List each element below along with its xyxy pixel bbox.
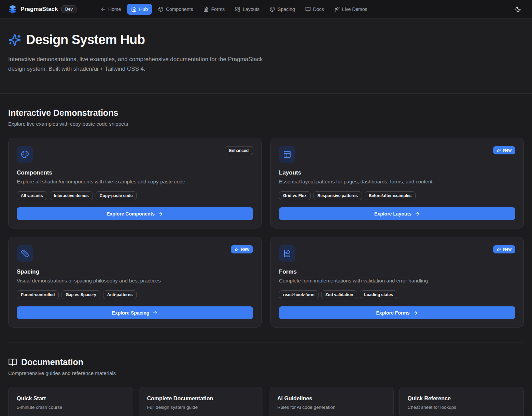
card-description: Complete form implementations with valid… <box>279 278 515 283</box>
book-open-icon <box>305 6 311 12</box>
card-title: Components <box>17 169 253 176</box>
sparkles-icon <box>8 33 21 46</box>
brand-name: PragmaStack <box>20 6 58 13</box>
theme-toggle-button[interactable] <box>512 3 524 15</box>
tag-badge: Before/after examples <box>365 191 416 200</box>
tag-badge: Anti-patterns <box>103 290 137 299</box>
layout-grid-icon <box>235 6 240 12</box>
new-badge: New <box>493 245 515 253</box>
brand[interactable]: PragmaStack Dev <box>8 5 76 14</box>
tag-badge: Gap vs Space-y <box>61 290 100 299</box>
doc-card-grid: Quick Start 5-minute crash course Comple… <box>8 387 524 416</box>
badge-label: New <box>241 247 249 252</box>
nav-item-label: Docs <box>313 6 324 12</box>
hero-section: Design System Hub Interactive demonstrat… <box>0 19 532 94</box>
explore-forms-button[interactable]: Explore Forms <box>279 306 515 319</box>
home-icon <box>131 6 137 12</box>
nav-item-layouts[interactable]: Layouts <box>231 4 264 15</box>
new-badge: New <box>231 245 253 253</box>
demo-card-layouts: New Layouts Essential layout patterns fo… <box>270 138 524 228</box>
file-text-icon <box>203 6 209 12</box>
badge-label: New <box>503 148 512 153</box>
demo-card-spacing: New Spacing Visual demonstrations of spa… <box>8 237 262 328</box>
tag-badge: Loading states <box>360 290 397 299</box>
rocket-icon <box>334 6 340 12</box>
doc-card-description: 5-minute crash course <box>17 405 125 410</box>
tag-badge: Grid vs Flex <box>279 191 311 200</box>
button-label: Explore Layouts <box>374 211 411 217</box>
doc-card-title: Quick Start <box>17 396 125 402</box>
file-text-icon <box>283 249 291 258</box>
demo-card-components: Enhanced Components Explore all shadcn/u… <box>8 138 262 228</box>
nav-item-spacing[interactable]: Spacing <box>266 4 299 15</box>
card-icon-box <box>17 245 33 262</box>
card-description: Essential layout patterns for pages, das… <box>279 179 515 184</box>
panels-top-left-icon <box>283 150 291 158</box>
card-title: Forms <box>279 268 515 275</box>
sparkles-icon <box>235 247 239 251</box>
docs-section-title: Documentation <box>8 357 524 367</box>
tag-badge: Interactive demos <box>50 191 93 200</box>
nav-item-label: Forms <box>211 6 225 12</box>
ruler-icon <box>21 249 29 258</box>
nav-item-live-demos[interactable]: Live Demos <box>330 4 372 15</box>
section-divider <box>8 343 524 343</box>
nav-item-forms[interactable]: Forms <box>199 4 229 15</box>
arrow-right-icon <box>152 310 158 316</box>
package-icon <box>158 6 164 12</box>
doc-card-description: Rules for AI code generation <box>277 405 385 410</box>
nav-item-label: Hub <box>139 6 148 12</box>
nav-item-components[interactable]: Components <box>154 4 197 15</box>
nav-item-label: Layouts <box>243 6 260 12</box>
enhanced-badge: Enhanced <box>225 146 253 155</box>
card-icon-box <box>279 245 295 262</box>
main-nav: Home Hub Components Forms Layouts Spacin… <box>96 4 372 15</box>
book-open-icon <box>8 358 17 367</box>
arrow-right-icon <box>415 211 420 217</box>
arrow-right-icon <box>413 310 418 316</box>
button-label: Explore Forms <box>376 310 409 316</box>
nav-item-home[interactable]: Home <box>96 4 125 15</box>
badge-label: New <box>503 247 512 252</box>
tag-badge: Copy-paste code <box>96 191 137 200</box>
card-icon-box <box>279 146 295 163</box>
arrow-left-icon <box>100 6 106 12</box>
nav-item-label: Spacing <box>278 6 295 12</box>
tag-badge: Zod validation <box>321 290 357 299</box>
docs-heading-text: Documentation <box>21 357 83 367</box>
palette-icon <box>270 6 275 12</box>
top-navbar: PragmaStack Dev Home Hub Components Form… <box>0 0 532 19</box>
doc-card-ai-guidelines[interactable]: AI Guidelines Rules for AI code generati… <box>269 387 394 416</box>
demo-card-forms: New Forms Complete form implementations … <box>270 237 524 328</box>
nav-item-label: Components <box>166 6 193 12</box>
explore-spacing-button[interactable]: Explore Spacing <box>17 306 253 319</box>
nav-item-label: Home <box>108 6 121 12</box>
arrow-right-icon <box>158 211 163 217</box>
card-title: Layouts <box>279 169 515 176</box>
demos-section-title: Interactive Demonstrations <box>8 108 524 118</box>
nav-item-docs[interactable]: Docs <box>301 4 328 15</box>
docs-section-subtitle: Comprehensive guides and reference mater… <box>8 370 524 376</box>
doc-card-complete-documentation[interactable]: Complete Documentation Full design syste… <box>139 387 264 416</box>
explore-components-button[interactable]: Explore Components <box>17 207 253 220</box>
sparkles-icon <box>497 148 501 152</box>
page-subtitle: Interactive demonstrations, live example… <box>8 55 264 73</box>
doc-card-title: Complete Documentation <box>147 396 255 402</box>
nav-item-hub[interactable]: Hub <box>127 4 152 15</box>
main-content: Interactive Demonstrations Explore live … <box>0 108 532 416</box>
env-badge: Dev <box>61 5 76 13</box>
doc-card-quick-reference[interactable]: Quick Reference Cheat sheet for lookups <box>399 387 524 416</box>
new-badge: New <box>493 146 515 154</box>
doc-card-description: Cheat sheet for lookups <box>408 405 516 410</box>
button-label: Explore Spacing <box>112 310 150 316</box>
card-description: Explore all shadcn/ui components with li… <box>17 179 253 184</box>
moon-icon <box>515 6 521 12</box>
page-title: Design System Hub <box>26 32 145 47</box>
doc-card-quick-start[interactable]: Quick Start 5-minute crash course <box>8 387 133 416</box>
explore-layouts-button[interactable]: Explore Layouts <box>279 207 515 220</box>
tag-badge: All variants <box>17 191 47 200</box>
doc-card-title: AI Guidelines <box>277 396 385 402</box>
demos-section-subtitle: Explore live examples with copy-paste co… <box>8 121 524 127</box>
demo-card-grid: Enhanced Components Explore all shadcn/u… <box>8 138 524 328</box>
nav-item-label: Live Demos <box>342 6 367 12</box>
